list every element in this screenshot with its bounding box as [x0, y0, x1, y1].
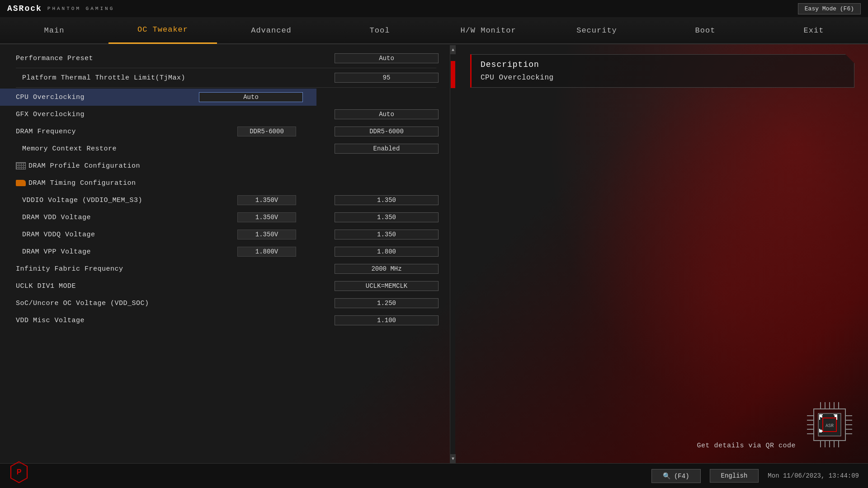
setting-value-dram-vddq-voltage[interactable]: 1.350	[335, 230, 439, 239]
setting-preset-dram-frequency[interactable]: DDR5-6000	[237, 127, 296, 136]
setting-preset-vddio-voltage[interactable]: 1.350V	[237, 195, 296, 205]
settings-list: Performance PresetAutoPlatform Thermal T…	[0, 45, 452, 333]
nav-item-hw-monitor[interactable]: H/W Monitor	[434, 17, 542, 44]
setting-label-soc-uncore-voltage: SoC/Uncore OC Voltage (VDD_SOC)	[16, 300, 233, 307]
setting-value-dram-vdd-voltage[interactable]: 1.350	[335, 212, 439, 222]
datetime-display: Mon 11/06/2023, 13:44:09	[768, 472, 859, 479]
setting-label-dram-profile-config: DRAM Profile Configuration	[16, 162, 233, 170]
setting-row-vddio-voltage[interactable]: VDDIO Voltage (VDDIO_MEM_S3)1.350V1.350	[16, 192, 452, 209]
qr-label: Get details via QR code	[697, 442, 796, 450]
scrollbar-thumb[interactable]	[451, 61, 455, 88]
nav-bar: Main OC Tweaker Advanced Tool H/W Monito…	[0, 17, 868, 44]
setting-row-infinity-fabric[interactable]: Infinity Fabric Frequency2000 MHz	[16, 260, 452, 277]
setting-value-infinity-fabric[interactable]: 2000 MHz	[335, 264, 439, 274]
qr-section: Get details via QR code ASR	[697, 400, 854, 450]
separator-0	[16, 68, 436, 68]
setting-label-dram-vpp-voltage: DRAM VPP Voltage	[16, 248, 233, 256]
setting-preset-dram-vdd-voltage[interactable]: 1.350V	[237, 212, 296, 222]
setting-value-soc-uncore-voltage[interactable]: 1.250	[335, 298, 439, 308]
svg-rect-29	[834, 414, 835, 415]
setting-row-dram-profile-config[interactable]: DRAM Profile Configuration	[16, 157, 452, 174]
separator-1	[16, 87, 436, 88]
setting-row-platform-thermal[interactable]: Platform Thermal Throttle Limit(TjMax)95	[16, 69, 452, 86]
svg-rect-33	[819, 429, 820, 430]
setting-row-soc-uncore-voltage[interactable]: SoC/Uncore OC Voltage (VDD_SOC)1.250	[16, 295, 452, 312]
setting-row-dram-vpp-voltage[interactable]: DRAM VPP Voltage1.800V1.800	[16, 243, 452, 260]
setting-value-uclk-div1[interactable]: UCLK=MEMCLK	[335, 281, 439, 291]
setting-row-uclk-div1[interactable]: UCLK DIV1 MODEUCLK=MEMCLK	[16, 277, 452, 295]
top-bar: ASRock PHANTOM GAMING Easy Mode (F6)	[0, 0, 868, 17]
setting-value-gfx-overclocking[interactable]: Auto	[335, 109, 439, 119]
svg-rect-30	[836, 417, 837, 420]
setting-label-memory-context-restore: Memory Context Restore	[16, 145, 233, 153]
setting-preset-dram-vddq-voltage[interactable]: 1.350V	[237, 230, 296, 239]
setting-row-performance-preset[interactable]: Performance PresetAuto	[16, 50, 452, 67]
setting-label-dram-frequency: DRAM Frequency	[16, 128, 233, 136]
scrollbar-track[interactable]: ▲ ▼	[450, 45, 455, 463]
brand-name: ASRock	[7, 4, 42, 13]
setting-value-dram-vpp-voltage[interactable]: 1.800	[335, 247, 439, 257]
setting-row-cpu-overclocking[interactable]: CPU OverclockingAuto	[0, 89, 316, 106]
setting-value-vdd-misc-voltage[interactable]: 1.100	[335, 315, 439, 325]
description-title: Description	[481, 60, 845, 69]
nav-item-boot[interactable]: Boot	[651, 17, 760, 44]
easy-mode-button[interactable]: Easy Mode (F6)	[798, 3, 861, 14]
setting-label-dram-vddq-voltage: DRAM VDDQ Voltage	[16, 231, 233, 239]
svg-rect-25	[822, 414, 823, 415]
setting-row-vdd-misc-voltage[interactable]: VDD Misc Voltage1.100	[16, 312, 452, 329]
logo: ASRock PHANTOM GAMING	[7, 4, 114, 13]
svg-rect-31	[819, 430, 822, 432]
scrollbar-arrow-up[interactable]: ▲	[450, 45, 456, 54]
nav-item-tool[interactable]: Tool	[326, 17, 434, 44]
setting-value-cpu-overclocking[interactable]: Auto	[199, 92, 303, 102]
qr-chip-icon: ASR	[805, 400, 854, 450]
setting-label-dram-vdd-voltage: DRAM VDD Voltage	[16, 214, 233, 221]
setting-preset-dram-vpp-voltage[interactable]: 1.800V	[237, 247, 296, 257]
setting-row-dram-vddq-voltage[interactable]: DRAM VDDQ Voltage1.350V1.350	[16, 226, 452, 243]
svg-rect-26	[819, 417, 820, 420]
svg-rect-32	[822, 431, 823, 432]
setting-label-platform-thermal: Platform Thermal Throttle Limit(TjMax)	[16, 74, 233, 82]
setting-row-memory-context-restore[interactable]: Memory Context RestoreEnabled	[16, 140, 452, 157]
setting-value-dram-frequency[interactable]: DDR5-6000	[335, 127, 439, 136]
setting-label-dram-timing-config: DRAM Timing Configuration	[16, 179, 233, 187]
setting-label-performance-preset: Performance Preset	[16, 55, 233, 62]
setting-label-gfx-overclocking: GFX Overclocking	[16, 111, 233, 118]
brand-sub: PHANTOM GAMING	[47, 6, 114, 11]
setting-row-dram-vdd-voltage[interactable]: DRAM VDD Voltage1.350V1.350	[16, 209, 452, 226]
nav-item-security[interactable]: Security	[542, 17, 651, 44]
scrollbar-arrow-down[interactable]: ▼	[450, 454, 456, 463]
setting-label-vdd-misc-voltage: VDD Misc Voltage	[16, 317, 233, 324]
bottom-bar: P 🔍 (F4) English Mon 11/06/2023, 13:44:0…	[0, 463, 868, 488]
description-box: Description CPU Overclocking	[470, 54, 854, 88]
svg-rect-28	[835, 414, 837, 417]
setting-row-dram-timing-config[interactable]: DRAM Timing Configuration	[16, 174, 452, 192]
qr-container: ASR	[805, 400, 854, 450]
settings-panel: Performance PresetAutoPlatform Thermal T…	[0, 45, 452, 463]
description-content: CPU Overclocking	[481, 74, 845, 82]
setting-value-platform-thermal[interactable]: 95	[335, 73, 439, 83]
setting-value-performance-preset[interactable]: Auto	[335, 53, 439, 63]
setting-row-dram-frequency[interactable]: DRAM FrequencyDDR5-6000DDR5-6000	[16, 123, 452, 140]
language-button[interactable]: English	[710, 469, 759, 483]
svg-rect-27	[821, 416, 822, 418]
nav-item-main[interactable]: Main	[0, 17, 108, 44]
svg-text:ASR: ASR	[826, 423, 834, 428]
setting-value-memory-context-restore[interactable]: Enabled	[335, 144, 439, 154]
nav-item-exit[interactable]: Exit	[760, 17, 868, 44]
setting-label-vddio-voltage: VDDIO Voltage (VDDIO_MEM_S3)	[16, 197, 233, 204]
setting-label-uclk-div1: UCLK DIV1 MODE	[16, 282, 233, 290]
search-button[interactable]: 🔍 (F4)	[651, 469, 701, 483]
bottom-logo: P	[9, 461, 29, 486]
nav-item-advanced[interactable]: Advanced	[217, 17, 326, 44]
nav-item-oc-tweaker[interactable]: OC Tweaker	[108, 17, 217, 44]
setting-value-vddio-voltage[interactable]: 1.350	[335, 195, 439, 205]
setting-row-gfx-overclocking[interactable]: GFX OverclockingAuto	[16, 106, 452, 123]
right-panel: Description CPU Overclocking Get details…	[457, 45, 868, 463]
svg-text:P: P	[17, 468, 22, 476]
setting-label-infinity-fabric: Infinity Fabric Frequency	[16, 265, 233, 273]
